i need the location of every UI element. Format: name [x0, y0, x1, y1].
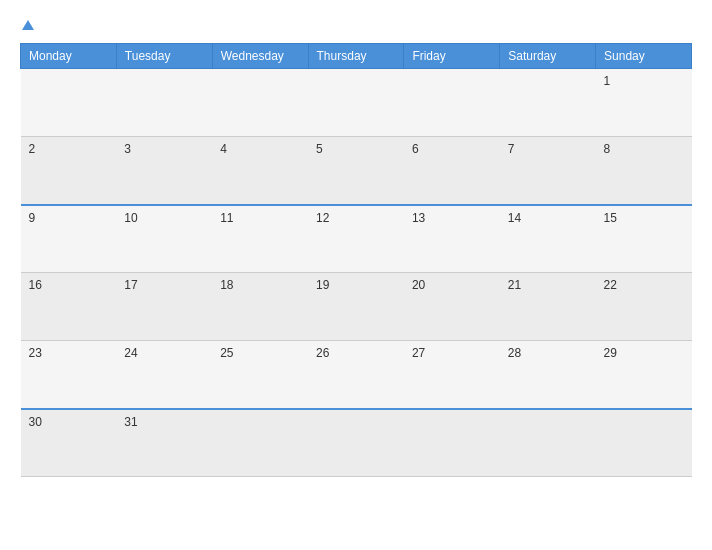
calendar-cell: 22	[596, 273, 692, 341]
calendar-table: MondayTuesdayWednesdayThursdayFridaySatu…	[20, 43, 692, 477]
calendar-cell: 13	[404, 205, 500, 273]
calendar-week-3: 9101112131415	[21, 205, 692, 273]
calendar-cell	[308, 409, 404, 477]
calendar-cell	[308, 69, 404, 137]
calendar-cell	[212, 409, 308, 477]
calendar-cell: 2	[21, 137, 117, 205]
calendar-cell: 16	[21, 273, 117, 341]
calendar-cell: 17	[116, 273, 212, 341]
day-header-thursday: Thursday	[308, 44, 404, 69]
calendar-cell: 31	[116, 409, 212, 477]
calendar-cell: 4	[212, 137, 308, 205]
calendar-cell: 25	[212, 341, 308, 409]
calendar-cell: 9	[21, 205, 117, 273]
calendar-cell: 11	[212, 205, 308, 273]
calendar-cell: 3	[116, 137, 212, 205]
header	[20, 15, 692, 33]
calendar-cell: 6	[404, 137, 500, 205]
calendar-cell	[404, 409, 500, 477]
calendar-cell	[500, 409, 596, 477]
calendar-week-4: 16171819202122	[21, 273, 692, 341]
calendar-cell: 10	[116, 205, 212, 273]
calendar-cell	[116, 69, 212, 137]
calendar-cell: 15	[596, 205, 692, 273]
calendar-cell: 23	[21, 341, 117, 409]
logo-line1	[20, 15, 34, 33]
calendar-cell: 26	[308, 341, 404, 409]
calendar-cell: 18	[212, 273, 308, 341]
calendar-cell	[404, 69, 500, 137]
calendar-cell: 27	[404, 341, 500, 409]
calendar-cell: 28	[500, 341, 596, 409]
calendar-page: MondayTuesdayWednesdayThursdayFridaySatu…	[0, 0, 712, 550]
calendar-cell	[500, 69, 596, 137]
calendar-cell	[21, 69, 117, 137]
day-header-tuesday: Tuesday	[116, 44, 212, 69]
logo-triangle-icon	[22, 20, 34, 30]
calendar-cell: 20	[404, 273, 500, 341]
day-header-monday: Monday	[21, 44, 117, 69]
calendar-week-5: 23242526272829	[21, 341, 692, 409]
calendar-cell	[212, 69, 308, 137]
calendar-cell: 7	[500, 137, 596, 205]
day-header-sunday: Sunday	[596, 44, 692, 69]
calendar-cell: 29	[596, 341, 692, 409]
calendar-header-row: MondayTuesdayWednesdayThursdayFridaySatu…	[21, 44, 692, 69]
calendar-cell: 1	[596, 69, 692, 137]
calendar-week-1: 1	[21, 69, 692, 137]
calendar-cell: 30	[21, 409, 117, 477]
calendar-cell: 8	[596, 137, 692, 205]
calendar-cell	[596, 409, 692, 477]
day-header-saturday: Saturday	[500, 44, 596, 69]
logo	[20, 15, 34, 33]
calendar-cell: 12	[308, 205, 404, 273]
calendar-cell: 21	[500, 273, 596, 341]
calendar-cell: 14	[500, 205, 596, 273]
calendar-week-6: 3031	[21, 409, 692, 477]
day-header-friday: Friday	[404, 44, 500, 69]
calendar-cell: 19	[308, 273, 404, 341]
calendar-cell: 24	[116, 341, 212, 409]
day-header-wednesday: Wednesday	[212, 44, 308, 69]
calendar-cell: 5	[308, 137, 404, 205]
calendar-week-2: 2345678	[21, 137, 692, 205]
